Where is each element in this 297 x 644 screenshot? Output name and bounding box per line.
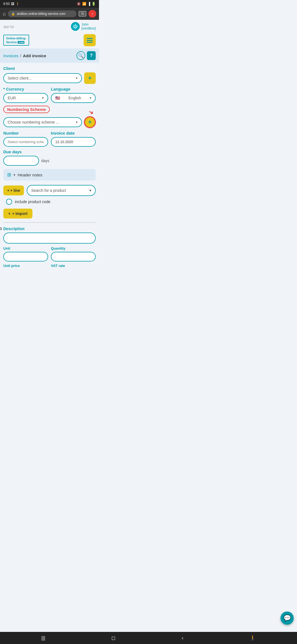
client-label: Client (3, 66, 96, 71)
add-line-row: + + line Search for a product ▾ (3, 185, 96, 196)
line-item-section: 1 Description Unit Quantity Unit price V… (3, 227, 96, 268)
breadcrumb: Invoices / Add invoice (3, 53, 46, 58)
chevron-down-icon: ▾ (13, 173, 15, 177)
unit-label: Unit (3, 246, 48, 250)
numbering-scheme-dropdown[interactable]: Choose numbering scheme ... ▾ (3, 117, 82, 127)
help-icon: ? (90, 53, 93, 58)
language-dropdown[interactable]: 🇺🇸 English ▾ (51, 93, 96, 103)
language-value: English (68, 96, 81, 100)
plus-icon: + (88, 75, 92, 82)
breadcrumb-separator: / (20, 53, 21, 58)
client-row: Select client... ▾ + (3, 72, 96, 84)
upload-button[interactable]: ↑ (89, 10, 96, 18)
vat-rate-label: VAT rate (51, 264, 96, 268)
currency-col: * Currency EUR ▾ (3, 87, 48, 103)
chevron-down-icon: ▾ (89, 188, 91, 193)
hamburger-line (87, 42, 93, 43)
header-notes-label: Header notes (18, 173, 42, 177)
tab-count[interactable]: 70 (79, 11, 86, 17)
signal-icon: ▐ (88, 2, 90, 6)
lock-icon: 🔒 (11, 12, 15, 16)
number-label: Number (3, 131, 48, 135)
app-by-text: app by (3, 24, 14, 29)
browser-bar: ⌂ 🔒 andbox.online-billing-service.com 70… (0, 8, 99, 20)
search-icon: 🔍 (78, 53, 84, 58)
mute-icon: 🔇 (77, 2, 81, 6)
unit-price-label: Unit price (3, 264, 48, 268)
line-item-number: 1 (0, 227, 2, 231)
due-days-label: Due days (3, 149, 96, 154)
power-symbol: ⏻ (73, 24, 78, 29)
quantity-input[interactable] (51, 252, 96, 261)
status-time: 9:50 (3, 2, 10, 6)
description-input[interactable] (3, 233, 96, 244)
import-button[interactable]: + + Import (3, 209, 32, 219)
unit-price-col: Unit price (3, 264, 48, 268)
hamburger-line (87, 40, 93, 41)
days-suffix: days (41, 159, 50, 163)
unit-input[interactable] (3, 252, 48, 261)
plus-icon: + (7, 188, 9, 193)
wifi-icon: 📶 (82, 2, 86, 6)
currency-language-row: * Currency EUR ▾ Language 🇺🇸 English ▾ (3, 87, 96, 103)
numbering-scheme-label: Numbering Scheme (3, 106, 50, 113)
due-days-row: days (3, 156, 96, 166)
unit-price-vat-row: Unit price VAT rate (3, 264, 96, 268)
import-label: + Import (12, 211, 28, 216)
number-col: Number (3, 131, 48, 147)
quantity-label: Quantity (51, 246, 96, 250)
breadcrumb-bar: Invoices / Add invoice 🔍 ? (0, 48, 99, 63)
currency-value: EUR (8, 96, 16, 100)
include-code-radio[interactable] (6, 199, 12, 205)
product-search-dropdown[interactable]: Search for a product ▾ (27, 185, 96, 196)
user-section: ⏻ John [sandbox] (71, 22, 96, 31)
language-col: Language 🇺🇸 English ▾ (51, 87, 96, 103)
unit-quantity-row: Unit Quantity (3, 246, 96, 261)
currency-dropdown[interactable]: EUR ▾ (3, 93, 48, 103)
home-icon[interactable]: ⌂ (3, 11, 6, 17)
breadcrumb-current: Add invoice (23, 53, 46, 58)
header-notes-section[interactable]: ⊞ ▾ Header notes (3, 169, 96, 181)
url-bar[interactable]: 🔒 andbox.online-billing-service.com (8, 10, 76, 17)
include-code-label: include product code (15, 200, 50, 204)
add-numbering-scheme-button[interactable]: + (84, 116, 96, 128)
person-icon: 🚶 (16, 2, 20, 6)
breadcrumb-invoices-link[interactable]: Invoices (3, 53, 18, 58)
logo-row: Online-billing-Service .com (0, 33, 99, 48)
client-dropdown[interactable]: Select client... ▾ (3, 73, 82, 83)
power-icon[interactable]: ⏻ (71, 22, 80, 31)
url-text: andbox.online-billing-service.com (17, 12, 65, 16)
number-input[interactable] (3, 137, 48, 147)
logo: Online-billing-Service .com (3, 35, 29, 46)
hamburger-button[interactable] (84, 34, 96, 46)
quantity-col: Quantity (51, 246, 96, 261)
currency-label: * Currency (3, 87, 48, 91)
upload-icon: ↑ (92, 12, 94, 16)
product-search-placeholder: Search for a product (31, 188, 66, 193)
help-button[interactable]: ? (87, 51, 96, 60)
app-header: app by ⏻ John [sandbox] (0, 20, 99, 33)
search-button[interactable]: 🔍 (76, 51, 85, 60)
line-label: + line (10, 188, 20, 193)
user-name: John [sandbox] (81, 23, 96, 31)
invoice-date-col: Invoice date (51, 131, 96, 147)
add-line-button[interactable]: + + line (3, 185, 24, 195)
add-client-button[interactable]: + (84, 72, 96, 84)
numbering-placeholder: Choose numbering scheme ... (8, 120, 59, 124)
vat-rate-col: VAT rate (51, 264, 96, 268)
main-content: Client Select client... ▾ + * Currency E… (0, 63, 99, 271)
numbering-scheme-row: Choose numbering scheme ... ▾ ➜ + (3, 116, 96, 128)
number-date-row: Number Invoice date (3, 131, 96, 147)
plus-icon: + (88, 119, 92, 126)
include-code-row: include product code (3, 199, 96, 205)
description-label: Description (3, 227, 96, 231)
unit-col: Unit (3, 246, 48, 261)
plus-icon: + (8, 211, 10, 216)
client-placeholder: Select client... (8, 76, 32, 80)
due-days-input[interactable] (3, 156, 39, 166)
invoice-date-input[interactable] (51, 137, 96, 147)
section-divider (3, 222, 96, 223)
chevron-down-icon: ▾ (90, 96, 91, 100)
status-bar: 9:50 🖼 🚶 🔇 📶 ▐ 🔋 (0, 0, 99, 8)
photo-icon: 🖼 (11, 2, 14, 6)
